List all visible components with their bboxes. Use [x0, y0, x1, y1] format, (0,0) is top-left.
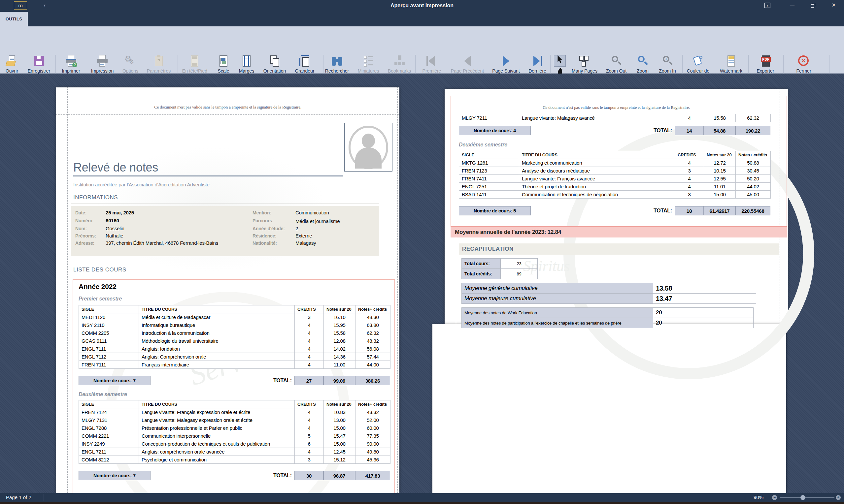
- info-label: Nationalité:: [252, 240, 277, 246]
- total-notes-credits: 220.55468: [735, 206, 770, 215]
- table-row: MLGY 7131Langue vivante: Malagasy expres…: [79, 416, 390, 424]
- table-row: COMM 2221Communication interpersonnelle5…: [79, 432, 390, 440]
- course-count-box: Nombre de cours: 7: [78, 471, 151, 480]
- close-window-icon[interactable]: ✕: [830, 3, 838, 8]
- bookmarks-button: Bookmarks: [385, 55, 414, 74]
- title-rule: [73, 176, 343, 177]
- info-value: Média et journalisme: [295, 218, 340, 224]
- info-value: Malagasy: [295, 240, 316, 246]
- table-row: Total cours: 23: [462, 258, 538, 269]
- screen-edge: [0, 502, 844, 504]
- statusbar-divider: [43, 494, 44, 501]
- pointer-icon: [557, 55, 563, 63]
- table-header-row: SIGLETITRE DU COURS CREDITSNotes sur 20N…: [459, 151, 771, 159]
- zoom-in-button[interactable]: + Zoom In: [655, 55, 679, 74]
- save-button[interactable]: Enregistrer: [24, 55, 54, 74]
- semester-label: Deuxième semestre: [459, 142, 507, 148]
- courses-table-sem2-p2: SIGLETITRE DU COURS CREDITSNotes sur 20N…: [459, 151, 771, 199]
- status-bar: Page 1 of 2 90% − +: [0, 493, 844, 502]
- accreditation-subtitle: Institution accréditée par l'Association…: [73, 182, 210, 187]
- total-notes-credits: 417.83: [355, 471, 390, 480]
- page-size-icon: [299, 55, 311, 68]
- course-count-box: Nombre de cours: 4: [459, 126, 531, 135]
- recap-heading-bar: RECAPITULATION: [459, 244, 779, 255]
- thumbnails-button: Miniatures: [354, 55, 383, 74]
- table-row: ENGL 7251Théorie et projet de traduction…: [459, 183, 771, 191]
- table-row: Moyenne majeure cumulative 13.47: [462, 293, 756, 304]
- orientation-icon: [269, 55, 281, 68]
- margin-guide: [56, 114, 399, 115]
- registrar-warning: Ce document n'est pas valide sans le tam…: [56, 105, 399, 110]
- table-row: FREN 7124Langue vivante: Français expres…: [79, 408, 390, 416]
- document-title: Relevé de notes: [73, 161, 158, 175]
- registrar-warning: Ce document n'est pas valide sans le tam…: [445, 105, 788, 110]
- watermark-button[interactable]: Watermark: [717, 55, 746, 74]
- info-value: 397, chemin Édith Marchal, 46678 Ferrand…: [106, 240, 218, 246]
- many-pages-icon: [579, 55, 591, 68]
- last-page-icon: [531, 55, 543, 68]
- open-button[interactable]: Ouvrir: [0, 55, 24, 74]
- table-row: FREN 7123Analyse de discours médiatique3…: [459, 167, 771, 175]
- table-row: ENGL 7288Présentation professionnelle et…: [79, 424, 390, 432]
- margin-guide: [780, 89, 780, 324]
- page-2: Spiritus Ce document n'est pas valide sa…: [445, 89, 788, 493]
- info-value: Gosselin: [106, 226, 124, 231]
- first-page-icon: [426, 55, 438, 68]
- restore-up-icon[interactable]: ↑: [764, 3, 770, 8]
- info-label: Mention:: [252, 210, 271, 215]
- zoom-slider-thumb[interactable]: [801, 495, 805, 500]
- zoom-out-button[interactable]: − Zoom Out: [602, 55, 631, 74]
- zoom-out-icon: −: [610, 55, 622, 68]
- courses-table-sem1: SIGLETITRE DU COURS CREDITSNotes sur 20N…: [78, 305, 390, 369]
- minimize-icon[interactable]: —: [788, 3, 796, 8]
- info-value: Nathalie: [106, 233, 123, 238]
- settings-button: ? Paramètres: [143, 55, 175, 74]
- courses-table-sem2: SIGLETITRE DU COURS CREDITSNotes sur 20N…: [78, 400, 390, 464]
- gears-icon: ⚙⚙: [124, 55, 136, 68]
- informations-heading: INFORMATIONS: [73, 194, 118, 201]
- table-header-row: SIGLETITRE DU COURS CREDITSNotes sur 20N…: [79, 305, 390, 313]
- tab-outils[interactable]: OUTILS: [0, 12, 28, 26]
- quick-print-icon: [96, 55, 108, 68]
- zoom-slider-track[interactable]: [780, 498, 834, 498]
- course-list-heading: LISTE DES COURS: [73, 267, 126, 273]
- zoom-in-icon: +: [662, 55, 673, 68]
- window-title: Aperçu avant Impression: [0, 0, 844, 11]
- person-silhouette-icon: [362, 133, 375, 148]
- total-notes-credits: 380.26: [355, 376, 390, 385]
- scale-icon: [217, 55, 229, 68]
- total-label: TOTAL:: [273, 473, 295, 479]
- total-notes: 99.09: [323, 376, 355, 385]
- search-button[interactable]: Rechercher: [322, 55, 352, 74]
- zoom-increase-icon[interactable]: +: [836, 495, 841, 500]
- semester-total-row: Nombre de cours: 5 TOTAL: 18 61.42617 22…: [459, 206, 770, 215]
- info-label: Année d'étude:: [252, 226, 285, 231]
- margin-guide: [456, 89, 456, 324]
- table-row: INSY 2249Conception-production de techni…: [79, 440, 390, 448]
- total-label: TOTAL:: [273, 378, 295, 384]
- course-count-box: Nombre de cours: 7: [78, 376, 151, 385]
- zoom-decrease-icon[interactable]: −: [772, 495, 777, 500]
- table-row: Moyenne générale cumulative 13.58: [462, 283, 756, 293]
- print-button[interactable]: ? Imprimer: [56, 55, 86, 74]
- annual-average-banner: Moyenne annuelle de l'année 2023: 12.84: [451, 226, 787, 237]
- info-value: Externe: [295, 233, 312, 238]
- table-row: COMM 2205Introduction à la communication…: [79, 329, 390, 337]
- info-value: 2: [295, 226, 298, 231]
- info-label: Date:: [75, 210, 87, 215]
- table-row: MKTG 1261Marketing et communication412.7…: [459, 159, 771, 167]
- total-notes: 61.42617: [704, 206, 735, 215]
- next-page-button[interactable]: Page Suivant: [488, 55, 525, 74]
- table-row: Total crédits: 89: [462, 269, 538, 279]
- semester-label: Deuxième semestre: [78, 392, 127, 397]
- info-label: Adresse:: [75, 240, 94, 246]
- next-page-icon: [500, 55, 512, 68]
- semester-label: Premier semestre: [78, 296, 122, 302]
- ribbon: Ouvrir Enregistrer ? Imprimer Impression…: [0, 26, 844, 74]
- maximize-icon[interactable]: [809, 3, 817, 8]
- zoom-percent: 90%: [754, 494, 763, 500]
- close-preview-button[interactable]: ✕ Fermer: [789, 55, 818, 74]
- select-tool-button[interactable]: [554, 55, 566, 67]
- preview-canvas[interactable]: Service Ce document n'est pas valide san…: [0, 74, 844, 493]
- year-heading: Année 2022: [78, 283, 117, 291]
